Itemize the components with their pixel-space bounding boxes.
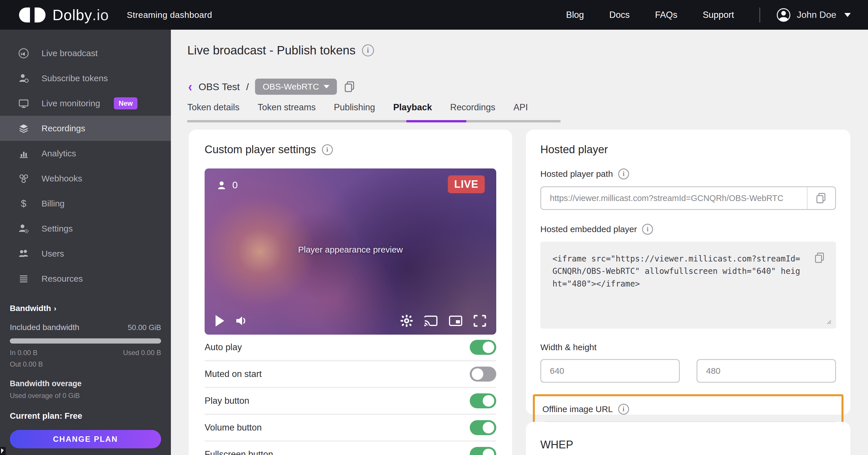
users-icon — [18, 248, 29, 259]
tab-playback[interactable]: Playback — [393, 102, 432, 120]
custom-player-settings-title: Custom player settings — [205, 143, 316, 156]
toggle-label: Muted on start — [205, 369, 262, 379]
user-menu[interactable]: John Doe — [776, 7, 851, 23]
nav-link-blog[interactable]: Blog — [566, 10, 584, 20]
copy-path-button[interactable] — [807, 192, 835, 204]
breadcrumb: ‹ OBS Test / OBS-WebRTC — [188, 78, 356, 95]
sidebar-item-live-broadcast[interactable]: Live broadcast — [0, 41, 171, 66]
play-icon[interactable] — [214, 315, 225, 327]
dollar-icon: $ — [18, 198, 29, 209]
sidebar-item-label: Live monitoring — [41, 98, 100, 108]
toggle-row-auto-play: Auto play — [205, 335, 496, 360]
tab-publishing[interactable]: Publishing — [334, 102, 375, 120]
main-content: Live broadcast - Publish tokens i ‹ OBS … — [171, 30, 868, 455]
bandwidth-out: Out 0.00 B — [10, 360, 43, 368]
user-name: John Doe — [797, 9, 836, 20]
viewer-count: 0 — [232, 180, 238, 191]
sidebar-item-recordings[interactable]: Recordings — [0, 116, 171, 141]
offline-image-url-info-icon[interactable]: i — [618, 404, 629, 415]
hosted-player-card: Hosted player Hosted player path i Hoste… — [526, 130, 850, 415]
picture-in-picture-icon[interactable] — [448, 315, 463, 327]
copy-stream-name-button[interactable] — [343, 80, 356, 93]
hosted-player-path-input[interactable] — [541, 187, 807, 209]
volume-icon[interactable] — [235, 315, 248, 327]
width-input[interactable] — [541, 360, 679, 382]
brand-name: Dolby — [53, 7, 92, 23]
height-input[interactable] — [698, 360, 835, 382]
sidebar-item-label: Settings — [41, 224, 73, 233]
play-button-toggle[interactable] — [470, 393, 496, 408]
tab-api[interactable]: API — [514, 102, 528, 120]
page-title-info-icon[interactable]: i — [362, 44, 374, 57]
hosted-player-path-label: Hosted player path — [540, 169, 613, 179]
custom-player-settings-info-icon[interactable]: i — [322, 144, 333, 155]
fullscreen-icon[interactable] — [473, 315, 487, 327]
settings-gear-icon[interactable] — [400, 314, 413, 327]
bandwidth-panel: Bandwidth › Included bandwidth 50.00 GiB… — [0, 304, 171, 448]
tab-recordings[interactable]: Recordings — [450, 102, 495, 120]
cast-icon[interactable] — [424, 315, 438, 327]
width-height-label: Width & height — [540, 343, 596, 352]
sidebar-item-settings[interactable]: Settings — [0, 216, 171, 241]
broadcast-icon — [18, 47, 29, 59]
chevron-down-icon — [323, 85, 330, 89]
list-icon — [18, 273, 29, 285]
app-title: Streaming dashboard — [127, 10, 212, 20]
nav-link-faqs[interactable]: FAQs — [655, 10, 678, 20]
bandwidth-title-row[interactable]: Bandwidth › — [10, 304, 161, 313]
stream-selector-dropdown[interactable]: OBS-WebRTC — [255, 78, 337, 95]
bandwidth-title: Bandwidth — [10, 304, 51, 313]
sidebar-item-analytics[interactable]: Analytics — [0, 141, 171, 166]
tab-token-details[interactable]: Token details — [187, 102, 240, 120]
fullscreen-button-toggle[interactable] — [470, 447, 496, 455]
sidebar-item-label: Live broadcast — [41, 48, 98, 58]
sidebar-item-users[interactable]: Users — [0, 241, 171, 266]
hosted-embedded-player-info-icon[interactable]: i — [642, 224, 653, 235]
top-nav: Blog Docs FAQs Support — [566, 10, 734, 20]
sidebar-item-billing[interactable]: $ Billing — [0, 191, 171, 216]
player-controls — [205, 307, 496, 335]
change-plan-button[interactable]: CHANGE PLAN — [10, 430, 161, 448]
breadcrumb-token-name[interactable]: OBS Test — [198, 81, 240, 92]
sidebar-item-subscribe-tokens[interactable]: Subscribe tokens — [0, 66, 171, 91]
topbar-divider — [760, 7, 760, 23]
toggle-row-muted-on-start: Muted on start — [205, 361, 496, 387]
analytics-icon — [18, 148, 29, 159]
nav-link-docs[interactable]: Docs — [609, 10, 630, 20]
page-title: Live broadcast - Publish tokens — [187, 43, 355, 57]
volume-button-toggle[interactable] — [470, 420, 496, 435]
current-plan-label: Current plan: Free — [10, 411, 161, 421]
new-badge: New — [114, 97, 137, 109]
dolby-logo[interactable]: Dolby.io — [17, 6, 109, 24]
toggle-label: Play button — [205, 396, 249, 406]
embed-code-block[interactable]: <iframe src="https://viewer.millicast.co… — [540, 241, 836, 329]
toggle-row-volume-button: Volume button — [205, 415, 496, 440]
top-bar: Dolby.io Streaming dashboard Blog Docs F… — [0, 0, 868, 30]
hosted-player-path-field — [540, 186, 836, 210]
auto-play-toggle[interactable] — [470, 340, 496, 355]
active-tab-indicator — [406, 120, 466, 122]
person-gear-icon — [18, 223, 29, 234]
viewer-icon — [217, 180, 226, 190]
resize-grip-icon[interactable] — [826, 319, 831, 325]
whep-card: WHEP — [526, 422, 850, 455]
back-chevron-icon[interactable]: ‹ — [188, 80, 192, 94]
included-bandwidth-value: 50.00 GiB — [128, 323, 161, 332]
bandwidth-used: Used 0.00 B — [123, 349, 161, 357]
nav-link-support[interactable]: Support — [703, 10, 734, 20]
tab-bar: Token details Token streams Publishing P… — [187, 102, 560, 122]
bandwidth-overage-title: Bandwidth overage — [10, 379, 161, 388]
tab-token-streams[interactable]: Token streams — [258, 102, 316, 120]
chevron-right-icon: › — [54, 304, 57, 313]
copy-embed-code-button[interactable] — [813, 251, 826, 264]
sidebar-item-live-monitoring[interactable]: Live monitoring New — [0, 91, 171, 116]
sidebar-item-webhooks[interactable]: Webhooks — [0, 166, 171, 191]
player-toggle-list: Auto play Muted on start Play button Vol… — [189, 335, 512, 455]
sidebar-item-resources[interactable]: Resources — [0, 266, 171, 291]
muted-on-start-toggle[interactable] — [470, 366, 496, 382]
hosted-player-path-info-icon[interactable]: i — [618, 168, 629, 180]
sidebar-item-label: Analytics — [41, 149, 76, 158]
avatar-icon — [776, 7, 791, 23]
hosted-embedded-player-label: Hosted embedded player — [540, 224, 637, 234]
stream-selector-value: OBS-WebRTC — [262, 82, 319, 92]
